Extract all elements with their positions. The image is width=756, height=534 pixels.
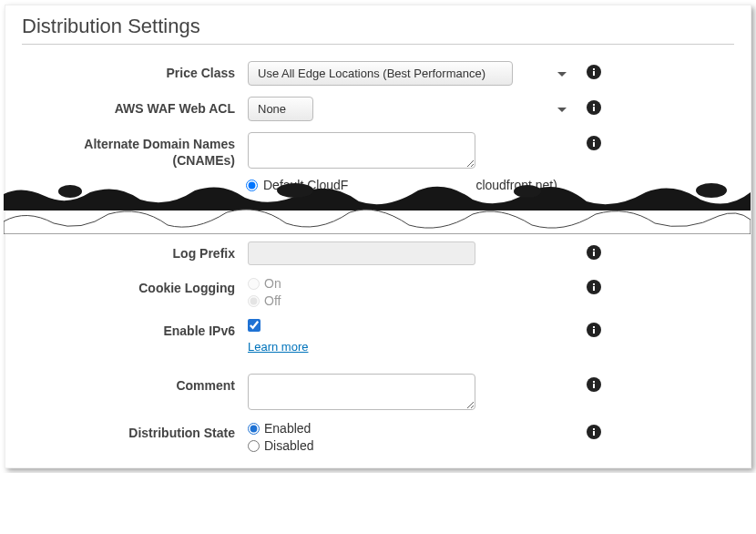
learn-more-link[interactable]: Learn more	[248, 340, 576, 354]
info-icon[interactable]	[576, 132, 612, 150]
label-cookie-logging: Cookie Logging	[22, 276, 248, 296]
svg-rect-14	[593, 283, 595, 285]
svg-rect-5	[593, 104, 595, 106]
svg-rect-17	[593, 326, 595, 328]
info-icon[interactable]	[576, 421, 612, 439]
label-ipv6: Enable IPv6	[22, 319, 248, 339]
svg-rect-7	[593, 142, 595, 147]
svg-rect-11	[593, 249, 595, 251]
price-class-select[interactable]: Use All Edge Locations (Best Performance…	[248, 61, 513, 86]
svg-rect-10	[593, 252, 595, 256]
svg-rect-13	[593, 286, 595, 291]
row-cookie-logging: Cookie Logging On Off	[5, 271, 751, 313]
cookie-on-radio	[248, 278, 260, 290]
state-enabled-radio[interactable]	[248, 423, 260, 435]
svg-rect-2	[593, 68, 595, 70]
comment-textarea[interactable]	[248, 374, 475, 410]
cookie-off-option: Off	[248, 293, 576, 308]
state-enabled-option[interactable]: Enabled	[248, 421, 576, 436]
distribution-settings-panel: Distribution Settings Price Class Use Al…	[5, 5, 751, 468]
row-cnames: Alternate Domain Names (CNAMEs)	[5, 127, 751, 174]
svg-rect-22	[593, 431, 595, 436]
svg-rect-23	[593, 428, 595, 430]
cnames-textarea[interactable]	[248, 132, 475, 169]
svg-rect-4	[593, 107, 595, 111]
ipv6-checkbox[interactable]	[248, 319, 261, 332]
page-title: Distribution Settings	[5, 5, 751, 44]
info-icon[interactable]	[576, 97, 612, 115]
row-waf: AWS WAF Web ACL None	[5, 91, 751, 127]
log-prefix-input	[248, 241, 475, 265]
svg-rect-1	[593, 71, 595, 76]
svg-rect-16	[593, 329, 595, 334]
cookie-off-radio	[248, 295, 260, 307]
svg-rect-8	[593, 139, 595, 141]
svg-rect-20	[593, 381, 595, 383]
svg-rect-19	[593, 384, 595, 388]
label-comment: Comment	[22, 374, 248, 394]
state-disabled-option[interactable]: Disabled	[248, 438, 576, 453]
info-icon[interactable]	[576, 61, 612, 79]
info-icon[interactable]	[576, 241, 612, 260]
label-cnames: Alternate Domain Names (CNAMEs)	[22, 132, 248, 169]
row-ipv6: Enable IPv6 Learn more	[5, 313, 751, 368]
state-disabled-radio[interactable]	[248, 440, 260, 452]
divider	[22, 44, 734, 45]
label-waf: AWS WAF Web ACL	[22, 97, 248, 117]
waf-select[interactable]: None	[248, 97, 313, 121]
cookie-on-option: On	[248, 276, 576, 291]
info-icon[interactable]	[576, 319, 612, 337]
row-state: Distribution State Enabled Disabled	[5, 416, 751, 458]
info-icon[interactable]	[576, 374, 612, 392]
info-icon[interactable]	[576, 276, 612, 294]
label-state: Distribution State	[22, 421, 248, 441]
row-price-class: Price Class Use All Edge Locations (Best…	[5, 56, 751, 91]
row-comment: Comment	[5, 368, 751, 416]
label-log-prefix: Log Prefix	[22, 241, 248, 262]
row-log-prefix: Log Prefix	[5, 236, 751, 271]
ripped-separator: Default CloudF cloudfront.net)	[4, 178, 752, 232]
label-price-class: Price Class	[22, 61, 248, 81]
